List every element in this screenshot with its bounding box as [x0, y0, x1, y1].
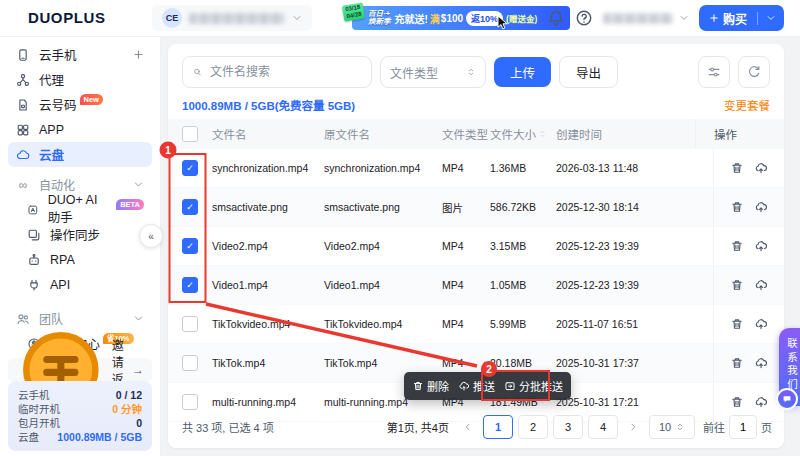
sim-icon [16, 98, 30, 112]
chevron-down-icon [133, 179, 144, 190]
delete-file-icon[interactable] [730, 239, 744, 253]
sort-icon [538, 128, 547, 140]
ai-icon [27, 203, 39, 217]
search-box[interactable] [182, 56, 372, 88]
toolbar: 文件类型 上传 导出 [182, 56, 770, 88]
phone-icon [16, 48, 30, 62]
delete-file-icon[interactable] [730, 200, 744, 214]
bulk-action-bar: 删除 推送 分批推送 [404, 372, 571, 400]
row-checkbox[interactable] [182, 199, 198, 215]
help-icon[interactable] [575, 9, 593, 27]
grid-icon [16, 123, 30, 137]
top-header: DUOPLUS CE 03/1804/28 百日·+焕新季 充就送! 满 $10… [0, 0, 800, 37]
buy-dropdown-button[interactable] [758, 13, 784, 23]
cell-file-size: 3.15MB [490, 240, 556, 252]
cell-created-time: 2025-10-31 17:37 [556, 357, 682, 369]
cell-file-name: multi-running.mp4 [212, 396, 324, 408]
sidebar-item-api[interactable]: API [8, 272, 152, 297]
sidebar-item-operation-sync[interactable]: 操作同步 [8, 222, 152, 247]
page-button-1[interactable]: 1 [483, 415, 513, 439]
delete-file-icon[interactable] [730, 356, 744, 370]
push-file-icon[interactable] [754, 395, 768, 409]
row-checkbox[interactable] [182, 238, 198, 254]
cell-file-type: MP4 [442, 279, 490, 291]
bell-icon[interactable] [547, 9, 565, 27]
sidebar-item-cloud-number[interactable]: 云号码New [8, 92, 152, 117]
row-checkbox[interactable] [182, 160, 198, 176]
chevron-down-icon [133, 313, 144, 324]
sidebar-item-app[interactable]: APP [8, 117, 152, 142]
push-file-icon[interactable] [754, 278, 768, 292]
workspace-selector[interactable]: CE [152, 5, 312, 31]
updown-icon [675, 422, 685, 432]
row-checkbox[interactable] [182, 277, 198, 293]
col-file-size[interactable]: 文件大小 [490, 126, 556, 142]
column-settings-button[interactable] [698, 56, 730, 88]
sidebar-collapse-button[interactable]: « [139, 224, 163, 248]
contact-us-widget[interactable]: 联系我们 [779, 328, 800, 406]
page-button-4[interactable]: 4 [588, 415, 618, 439]
storage-meta-row: 1000.89MB / 5GB(免费容量 5GB) 变更套餐 [182, 97, 770, 113]
proxy-icon [16, 73, 30, 87]
cell-file-name: Video1.mp4 [212, 279, 324, 291]
delete-file-icon[interactable] [730, 161, 744, 175]
search-input[interactable] [208, 64, 361, 80]
delete-file-icon[interactable] [730, 278, 744, 292]
row-checkbox[interactable] [182, 394, 198, 410]
sidebar-item-cloud-phone[interactable]: 云手机 [8, 42, 152, 67]
chat-bubble-button[interactable] [776, 388, 798, 410]
upload-button[interactable]: 上传 [494, 57, 551, 87]
prev-page-button[interactable] [458, 416, 478, 438]
promo-banner[interactable]: 03/1804/28 百日·+焕新季 充就送! 满 $100 返10% (赠送金… [352, 6, 570, 30]
sidebar-item-invite-cashback[interactable]: 邀请返现 → [8, 358, 152, 382]
buy-split-button[interactable]: 购买 [699, 5, 784, 31]
team-icon [16, 312, 30, 326]
workspace-avatar: CE [162, 8, 182, 28]
sidebar-item-duo-ai-assistant[interactable]: DUO+ AI 助手BETA [8, 197, 152, 222]
cell-file-type: 图片 [442, 200, 490, 215]
chevron-left-icon [463, 422, 473, 432]
row-checkbox[interactable] [182, 355, 198, 371]
plus-icon[interactable] [133, 49, 144, 60]
cell-file-size: 586.72KB [490, 201, 556, 213]
sidebar-item-cloud-drive[interactable]: 云盘 [8, 142, 152, 167]
bulk-push-button[interactable]: 推送 [458, 378, 495, 394]
page-size-value: 10 [659, 421, 671, 433]
page-button-2[interactable]: 2 [518, 415, 548, 439]
export-button[interactable]: 导出 [559, 56, 618, 88]
robot-icon [27, 253, 41, 267]
delete-file-icon[interactable] [730, 317, 744, 331]
delete-file-icon[interactable] [730, 395, 744, 409]
table-row: Video2.mp4Video2.mp4MP43.15MB2025-12-23 … [168, 227, 784, 266]
cell-actions [713, 266, 784, 304]
cell-file-name: Video2.mp4 [212, 240, 324, 252]
col-created-time: 创建时间 [556, 126, 682, 142]
change-plan-link[interactable]: 变更套餐 [724, 97, 770, 113]
goto-page-input[interactable] [729, 415, 757, 439]
cell-file-size: 5.99MB [490, 318, 556, 330]
sidebar-item-proxy[interactable]: 代理 [8, 67, 152, 92]
promo-text: 充就送! [395, 11, 428, 26]
select-all-checkbox[interactable] [182, 126, 198, 142]
row-checkbox[interactable] [182, 316, 198, 332]
refresh-button[interactable] [738, 56, 770, 88]
table-row: TikTokvideo.mp4TikTokvideo.mp4MP45.99MB2… [168, 305, 784, 344]
push-file-icon[interactable] [754, 356, 768, 370]
page-size-select[interactable]: 10 [649, 415, 695, 439]
push-file-icon[interactable] [754, 317, 768, 331]
next-page-button[interactable] [623, 416, 643, 438]
bulk-batch-push-button[interactable]: 分批推送 [504, 378, 563, 394]
sidebar-item-rpa[interactable]: RPA [8, 247, 152, 272]
bulk-delete-button[interactable]: 删除 [412, 378, 449, 394]
file-type-select[interactable]: 文件类型 [380, 56, 486, 88]
push-file-icon[interactable] [754, 239, 768, 253]
cell-file-size: 1.05MB [490, 279, 556, 291]
goto-unit: 页 [761, 419, 772, 435]
push-file-icon[interactable] [754, 200, 768, 214]
push-file-icon[interactable] [754, 161, 768, 175]
col-file-type: 文件类型 [442, 126, 490, 142]
infinity-icon: ∞ [16, 178, 30, 192]
page-button-3[interactable]: 3 [553, 415, 583, 439]
cell-original-name: synchronization.mp4 [324, 162, 442, 174]
account-selector[interactable] [603, 13, 689, 24]
